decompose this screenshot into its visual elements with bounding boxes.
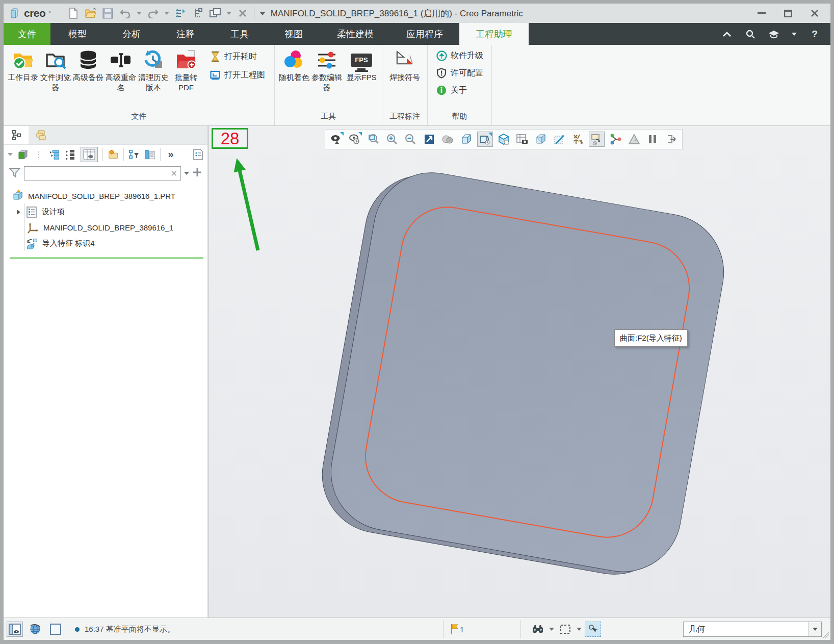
collapse-tree-icon[interactable] xyxy=(65,149,76,160)
view-manager-icon[interactable] xyxy=(514,132,530,147)
random-color-button[interactable]: 随机着色 xyxy=(278,48,310,111)
tab-tools[interactable]: 工具 xyxy=(213,23,267,45)
tab-model[interactable]: 模型 xyxy=(50,23,105,45)
plate-top-face[interactable] xyxy=(322,163,734,581)
show-fps-button[interactable]: FPS 显示FPS xyxy=(343,48,380,111)
selection-filter-combobox[interactable]: 几何 xyxy=(683,622,822,637)
blank-window-icon[interactable] xyxy=(47,622,64,637)
annotation-display-icon[interactable] xyxy=(589,132,605,147)
select-box-icon[interactable] xyxy=(557,622,574,637)
active-model-icon[interactable] xyxy=(17,149,29,160)
tab-applications[interactable]: 应用程序 xyxy=(390,23,459,45)
edit-plane-icon[interactable] xyxy=(552,132,567,147)
undo-icon[interactable] xyxy=(119,7,132,19)
notification-flag[interactable]: 1 xyxy=(450,618,464,640)
undo-dropdown-icon[interactable] xyxy=(137,12,142,15)
tab-flexible-modeling[interactable]: 柔性建模 xyxy=(321,23,390,45)
tree-ellipsis-icon[interactable]: ⋮ xyxy=(33,149,44,160)
tree-list-view-icon[interactable] xyxy=(144,149,155,160)
open-file-icon[interactable] xyxy=(85,7,97,19)
collapse-ribbon-icon[interactable] xyxy=(721,29,733,40)
window-switch-dropdown-icon[interactable] xyxy=(226,12,231,15)
tree-row-design-items[interactable]: 设计项 xyxy=(4,204,207,220)
redo-dropdown-icon[interactable] xyxy=(164,12,169,15)
tree-properties-icon[interactable] xyxy=(192,149,203,160)
redo-icon[interactable] xyxy=(147,7,159,19)
advanced-backup-button[interactable]: 高级备份 xyxy=(72,48,105,111)
web-browser-icon[interactable] xyxy=(27,622,43,637)
tree-row-import-feature[interactable]: 导入特征 标识4 xyxy=(4,236,207,251)
search-options-caret-icon[interactable] xyxy=(184,172,189,175)
open-timer-button[interactable]: 打开耗时 xyxy=(210,51,265,62)
search-icon[interactable] xyxy=(745,29,756,40)
model-intent-icon[interactable] xyxy=(192,7,204,19)
find-dropdown-icon[interactable] xyxy=(549,628,554,631)
learning-icon[interactable] xyxy=(768,29,779,40)
save-icon[interactable] xyxy=(102,7,114,19)
license-config-button[interactable]: 许可配置 xyxy=(436,67,483,79)
section-view-icon[interactable] xyxy=(496,132,512,147)
tab-annotate[interactable]: 注释 xyxy=(159,23,213,45)
file-browser-button[interactable]: 文件浏览器 xyxy=(39,48,72,111)
param-editor-button[interactable]: 参数编辑器 xyxy=(310,48,343,111)
new-file-icon[interactable] xyxy=(67,7,80,19)
tree-search-field[interactable]: ✕ xyxy=(24,166,181,181)
zoom-region-icon[interactable] xyxy=(366,132,381,147)
saved-views-icon[interactable] xyxy=(477,132,493,147)
weld-symbol-button[interactable]: 焊接符号 xyxy=(388,48,421,111)
tree-columns-toggle-icon[interactable] xyxy=(81,147,98,162)
more-tools-icon[interactable]: » xyxy=(165,149,176,160)
software-upgrade-button[interactable]: 软件升级 xyxy=(436,50,483,61)
clear-search-icon[interactable]: ✕ xyxy=(171,169,177,178)
find-icon[interactable] xyxy=(530,622,546,637)
graphics-area[interactable]: 28 xyxy=(209,126,830,617)
tab-file[interactable]: 文件 xyxy=(4,23,50,45)
tree-settings-icon[interactable] xyxy=(108,149,119,160)
expand-tree-icon[interactable] xyxy=(49,149,60,160)
close-window-icon[interactable] xyxy=(237,7,249,19)
tab-folder-browser[interactable] xyxy=(29,126,54,144)
refit-icon[interactable] xyxy=(422,132,437,147)
tree-search-input[interactable] xyxy=(28,169,171,177)
performance-warning-icon[interactable] xyxy=(626,132,642,147)
pause-icon[interactable] xyxy=(645,132,661,147)
tab-model-tree[interactable] xyxy=(4,126,29,144)
navigator-toggle-icon[interactable] xyxy=(7,622,23,637)
help-icon[interactable]: ? xyxy=(809,29,820,40)
display-style-icon[interactable] xyxy=(459,132,475,147)
transparent-display-icon[interactable] xyxy=(533,132,549,147)
zoom-out-icon[interactable] xyxy=(403,132,419,147)
regenerate-icon[interactable] xyxy=(174,7,187,19)
show-hide-icon[interactable] xyxy=(328,132,344,147)
tree-row-csys[interactable]: MANIFOLD_SOLID_BREP_389616_1 xyxy=(4,220,207,236)
open-drawing-button[interactable]: 打开工程图 xyxy=(210,69,265,81)
select-items-icon[interactable] xyxy=(585,622,601,637)
tab-view[interactable]: 视图 xyxy=(267,23,321,45)
cleanup-history-button[interactable]: 清理历史版本 xyxy=(137,48,170,111)
learning-dropdown-icon[interactable] xyxy=(792,33,797,36)
show-hide-timed-icon[interactable] xyxy=(347,132,363,147)
spin-center-icon[interactable] xyxy=(608,132,623,147)
expand-caret-icon[interactable] xyxy=(17,210,20,215)
zoom-in-icon[interactable] xyxy=(384,132,400,147)
minimize-button[interactable] xyxy=(755,8,768,19)
advanced-rename-button[interactable]: 高级重命名 xyxy=(105,48,137,111)
model-3d-plate[interactable] xyxy=(322,163,734,581)
datum-display-icon[interactable] xyxy=(570,132,586,147)
select-box-dropdown-icon[interactable] xyxy=(577,628,582,631)
tree-insert-indicator[interactable] xyxy=(10,257,203,259)
maximize-button[interactable] xyxy=(781,8,795,19)
window-switch-icon[interactable] xyxy=(209,7,221,19)
about-button[interactable]: 关于 xyxy=(436,85,483,96)
batch-pdf-button[interactable]: 批量转PDF xyxy=(170,48,202,111)
resize-grip[interactable] xyxy=(822,631,829,638)
tab-engineering-assistant[interactable]: 工程助理 xyxy=(459,23,529,45)
tree-options-caret-icon[interactable] xyxy=(8,153,13,156)
shading-quality-icon[interactable] xyxy=(440,132,456,147)
tab-analysis[interactable]: 分析 xyxy=(105,23,159,45)
selection-filter-dropdown-icon[interactable] xyxy=(808,622,821,636)
tree-row-root[interactable]: MANIFOLD_SOLID_BREP_389616_1.PRT xyxy=(4,188,207,204)
exit-resume-icon[interactable] xyxy=(663,132,679,147)
title-dropdown-icon[interactable] xyxy=(259,12,266,15)
close-button[interactable] xyxy=(808,8,821,19)
